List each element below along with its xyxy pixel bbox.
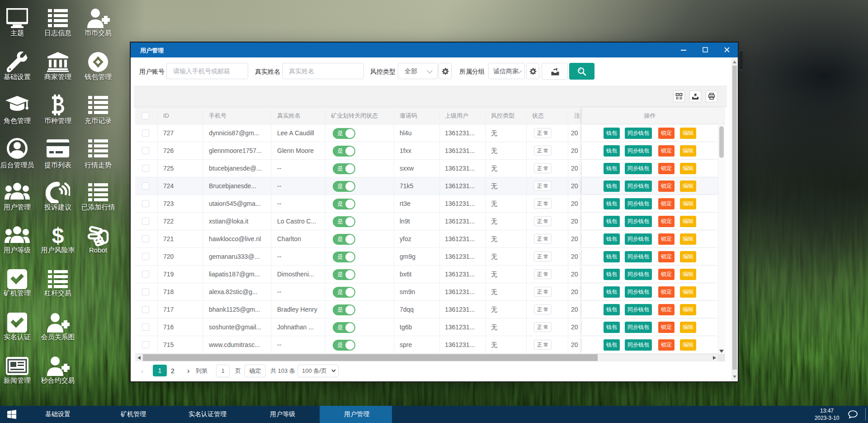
svg-text:$: $ (52, 225, 64, 247)
